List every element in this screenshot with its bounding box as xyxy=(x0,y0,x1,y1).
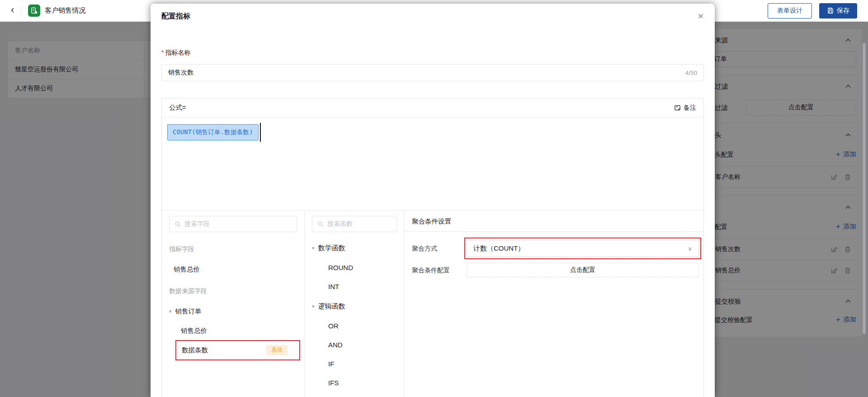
caret-down-icon[interactable]: ▾ xyxy=(312,304,315,309)
configure-metric-dialog: 配置指标 ✕ *指标名称 销售次数 4/50 公式= xyxy=(151,4,715,397)
function-item[interactable]: IFS xyxy=(312,379,397,387)
highlight-annotation: 计数（COUNT） ∨ xyxy=(464,238,701,259)
caret-down-icon[interactable]: ▾ xyxy=(312,245,315,251)
save-icon xyxy=(827,7,834,14)
function-search-placeholder: 搜索函数 xyxy=(327,220,353,228)
function-item[interactable]: ROUND xyxy=(312,264,397,271)
function-item[interactable]: INT xyxy=(312,283,397,290)
logic-functions-group[interactable]: ▾ 逻辑函数 xyxy=(312,302,397,311)
aggregation-column: 聚合条件设置 聚合方式 计数（COUNT） ∨ 聚合条件配置 点击配置 xyxy=(405,210,703,397)
metric-name-value: 销售次数 xyxy=(168,69,193,77)
function-item[interactable]: AND xyxy=(312,341,397,349)
page-title: 客户销售情况 xyxy=(45,6,85,15)
formula-label: 公式= xyxy=(169,103,186,112)
form-app-icon xyxy=(28,5,40,17)
note-icon xyxy=(674,104,681,111)
agg-method-select[interactable]: 计数（COUNT） ∨ xyxy=(467,240,699,257)
formula-header: 公式= 备注 xyxy=(162,98,703,117)
agg-condition-label: 聚合条件配置 xyxy=(412,266,450,275)
metric-name-input[interactable]: 销售次数 4/50 xyxy=(161,64,704,81)
caret-down-icon[interactable]: ▾ xyxy=(169,308,172,314)
formula-editor[interactable]: COUNT(销售订单.数据条数) xyxy=(162,117,703,210)
function-search-input[interactable]: 搜索函数 xyxy=(312,216,397,232)
char-counter: 4/50 xyxy=(685,70,697,76)
field-search-placeholder: 搜索字段 xyxy=(184,220,210,228)
search-icon xyxy=(317,221,324,227)
agg-condition-config-button[interactable]: 点击配置 xyxy=(467,263,699,277)
note-button[interactable]: 备注 xyxy=(674,104,696,112)
math-functions-group[interactable]: ▾ 数学函数 xyxy=(312,244,397,252)
save-button[interactable]: 保存 xyxy=(819,3,857,19)
aggregation-settings-title: 聚合条件设置 xyxy=(405,210,703,232)
dialog-header: 配置指标 ✕ xyxy=(151,4,715,29)
search-icon xyxy=(175,221,181,227)
tree-leaf-highlighted[interactable]: 数据条数 系统 xyxy=(175,340,300,360)
form-design-button[interactable]: 表单设计 xyxy=(768,3,812,19)
tree-node-sales-order[interactable]: ▾ 销售订单 xyxy=(169,307,297,316)
required-asterisk: * xyxy=(161,49,164,56)
agg-method-label: 聚合方式 xyxy=(412,245,437,253)
datasource-fields-section: 数据来源字段 xyxy=(169,287,297,295)
metric-name-label: *指标名称 xyxy=(161,49,704,57)
formula-panel: 公式= 备注 COUNT(销售订单.数据条数) xyxy=(161,98,704,397)
function-item[interactable]: OR xyxy=(312,322,397,330)
field-item[interactable]: 销售总价 xyxy=(169,265,297,274)
tree-leaf[interactable]: 销售总价 xyxy=(169,327,297,335)
app-window: ‹ 客户销售情况 表单设计 保存 客户名称 xyxy=(0,0,868,397)
dialog-title: 配置指标 xyxy=(161,12,190,21)
fields-column: 搜索字段 指标字段 销售总价 数据来源字段 ▾ 销售订单 销售总价 数据条数 系… xyxy=(162,210,305,397)
scrollbar[interactable] xyxy=(863,43,866,334)
close-icon[interactable]: ✕ xyxy=(698,12,704,21)
back-icon[interactable]: ‹ xyxy=(11,5,14,15)
text-cursor xyxy=(260,123,261,142)
divider xyxy=(21,7,21,15)
formula-token[interactable]: COUNT(销售订单.数据条数) xyxy=(167,124,259,140)
functions-column: 搜索函数 ▾ 数学函数 ROUND INT ▾ 逻辑函数 OR xyxy=(305,210,405,397)
field-search-input[interactable]: 搜索字段 xyxy=(169,216,297,232)
system-badge: 系统 xyxy=(266,345,288,355)
metric-fields-section: 指标字段 xyxy=(169,245,297,253)
function-item[interactable]: IF xyxy=(312,360,397,368)
chevron-down-icon: ∨ xyxy=(688,245,692,252)
